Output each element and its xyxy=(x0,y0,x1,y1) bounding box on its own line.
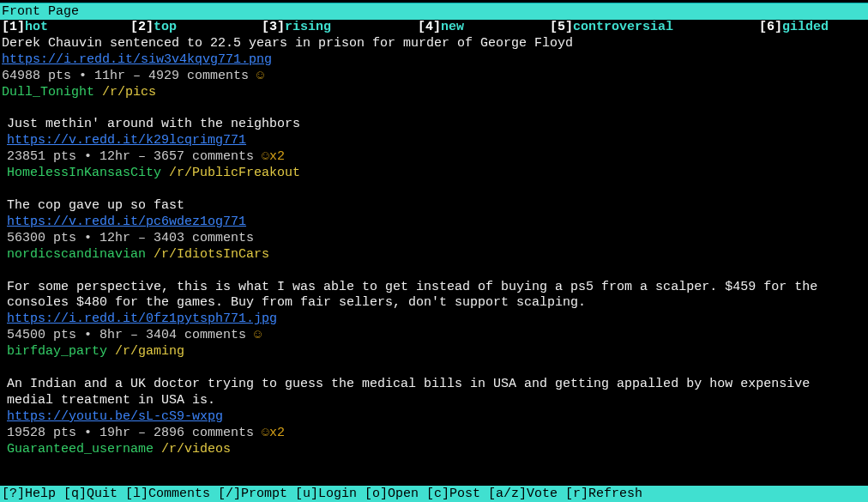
post-link[interactable]: https://youtu.be/sL-cS9-wxpg xyxy=(7,409,223,424)
page-title: Front Page xyxy=(2,4,79,19)
post-meta: 23851 pts • 12hr – 3657 comments ☺x2 xyxy=(7,149,861,166)
tab-new[interactable]: [4]new xyxy=(418,20,550,36)
post-author[interactable]: Guaranteed_username xyxy=(7,442,154,457)
post-title: For some perspective, this is what I was… xyxy=(7,280,861,312)
award-icon: ☺x2 xyxy=(262,149,285,164)
post-item[interactable]: Derek Chauvin sentenced to 22.5 years in… xyxy=(2,36,861,101)
tab-gilded[interactable]: [6]gilded xyxy=(759,20,829,36)
post-author[interactable]: HomelessInKansasCity xyxy=(7,166,161,180)
post-link[interactable]: https://i.redd.it/siw3v4kqvg771.png xyxy=(2,52,272,67)
post-item[interactable]: The cop gave up so fast https://v.redd.i… xyxy=(7,198,861,263)
tab-hot[interactable]: [1]hot xyxy=(2,20,130,36)
post-meta: 64988 pts • 11hr – 4929 comments ☺ xyxy=(2,69,861,85)
post-meta: 19528 pts • 19hr – 2896 comments ☺x2 xyxy=(7,426,861,442)
post-title: Derek Chauvin sentenced to 22.5 years in… xyxy=(2,36,861,52)
post-list: Derek Chauvin sentenced to 22.5 years in… xyxy=(0,36,868,458)
post-subreddit[interactable]: /r/IdiotsInCars xyxy=(154,247,269,262)
tab-top[interactable]: [2]top xyxy=(130,20,262,36)
post-link[interactable]: https://v.redd.it/pc6wdez1og771 xyxy=(7,215,246,229)
post-item[interactable]: Just methin' around with the neighbors h… xyxy=(7,117,861,182)
award-icon: ☺ xyxy=(256,69,264,83)
award-icon: ☺ xyxy=(254,328,262,342)
post-subreddit[interactable]: /r/gaming xyxy=(115,344,184,359)
post-link[interactable]: https://v.redd.it/k29lcqrimg771 xyxy=(7,133,246,148)
post-author[interactable]: birfday_party xyxy=(7,344,107,359)
tab-controversial[interactable]: [5]controversial xyxy=(550,20,759,36)
post-author[interactable]: nordicscandinavian xyxy=(7,247,146,262)
post-subreddit[interactable]: /r/PublicFreakout xyxy=(169,166,300,180)
post-meta: 56300 pts • 12hr – 3403 comments xyxy=(7,231,861,247)
post-title: An Indian and a UK doctor trying to gues… xyxy=(7,377,861,409)
tab-rising[interactable]: [3]rising xyxy=(262,20,418,36)
footer-help-bar: [?]Help [q]Quit [l]Comments [/]Prompt [u… xyxy=(0,486,868,502)
award-icon: ☺x2 xyxy=(262,426,285,440)
post-title: Just methin' around with the neighbors xyxy=(7,117,861,133)
post-item[interactable]: An Indian and a UK doctor trying to gues… xyxy=(7,377,861,457)
post-subreddit[interactable]: /r/pics xyxy=(102,85,156,100)
title-bar: Front Page xyxy=(0,3,868,20)
post-meta: 54500 pts • 8hr – 3404 comments ☺ xyxy=(7,328,861,344)
post-subreddit[interactable]: /r/videos xyxy=(161,442,231,457)
sort-tabs: [1]hot [2]top [3]rising [4]new [5]contro… xyxy=(0,20,868,36)
post-link[interactable]: https://i.redd.it/0fz1pytsph771.jpg xyxy=(7,311,277,326)
post-author[interactable]: Dull_Tonight xyxy=(2,85,94,100)
post-item[interactable]: For some perspective, this is what I was… xyxy=(7,280,861,360)
post-title: The cop gave up so fast xyxy=(7,198,861,215)
